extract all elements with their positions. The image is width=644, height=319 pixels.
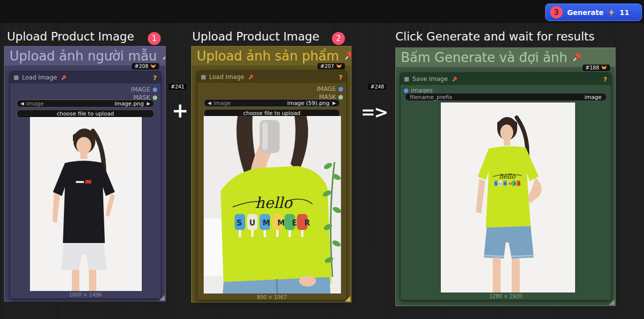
combo-prev-icon[interactable]: ◀ [208,100,211,106]
save-image-node[interactable]: Save Image ? images filename_prefix imag… [400,72,612,300]
result-image-preview: hello SUMMER [441,102,575,292]
node-header[interactable]: Save Image ? [400,73,611,85]
step-badge-2: 2 [332,32,345,45]
combo-name: image [26,100,43,107]
image-preview: hello SUMMER [204,116,341,294]
generate-button-label: Generate [567,8,604,16]
fox-badge-icon [150,64,156,69]
image-resolution-label: 1000 × 1496 [10,292,161,298]
fox-badge-icon [601,65,607,70]
combo-value: image (59).png [287,100,329,106]
image-port-dot[interactable] [338,87,343,92]
section-title-3: Click Generate and wait for results [395,30,595,43]
pushpin-icon [343,50,351,62]
model-photo-illustration [30,117,142,291]
generate-step-badge: 3 [550,6,563,18]
port-label: IMAGE [317,86,336,92]
image-resolution-label: 1280 × 1920 [400,294,611,299]
port-label: IMAGE [131,86,150,93]
node-id-badge: #208 [132,63,159,70]
fox-badge-icon [336,64,342,69]
node-id-text: #188 [586,65,599,70]
combo-next-icon[interactable]: ▶ [332,100,336,106]
link-number-badge-1: #241 [168,83,187,90]
group-generate-results: Bấm Generate và đợi ảnh #188 Save Image … [395,48,616,306]
node-header[interactable]: Load Image ? [197,71,346,83]
group-upload-model-image: Upload ảnh người mẫu #208 Load Image ? I… [4,46,166,302]
image-resolution-label: 800 × 1067 [197,294,346,300]
generate-button[interactable]: 3 Generate 11 [545,4,642,21]
collapse-icon[interactable] [404,77,409,82]
node-id-badge: #207 [318,63,345,70]
collapse-icon[interactable] [201,75,206,80]
plus-connector: + [172,99,189,122]
group-upload-product-image: Upload ảnh sản phẩm #207 Load Image ? IM… [191,46,351,302]
output-port-image: IMAGE [131,86,157,94]
group-resize-handle[interactable] [159,295,165,300]
widget-label: filename_prefix [410,94,452,100]
image-port-dot[interactable] [153,88,157,92]
combo-name: image [214,100,231,106]
tshirt-text-summer: SUMMER [495,182,523,186]
collapse-icon[interactable] [14,76,18,80]
filename-prefix-widget[interactable]: filename_prefix image [405,93,607,101]
combo-prev-icon[interactable]: ◀ [20,101,24,106]
product-photo-illustration: hello SUMMER [204,116,341,294]
pushpin-icon [161,50,165,62]
image-combo-widget[interactable]: ◀ image image (59).png ▶ [204,99,340,107]
node-title: Load Image [209,74,244,80]
top-bar: 3 Generate 11 [0,0,644,23]
group-resize-handle[interactable] [609,300,615,305]
load-image-node-1[interactable]: Load Image ? IMAGE MASK ◀ image image.pn… [9,71,161,299]
result-photo-illustration: hello SUMMER [441,102,575,292]
node-title: Save Image [412,76,448,82]
node-help-icon[interactable]: ? [603,76,607,83]
generate-credit-count: 11 [620,8,629,16]
tshirt-text-summer: SUMMER [237,218,318,228]
node-help-icon[interactable]: ? [153,74,157,82]
load-image-node-2[interactable]: Load Image ? IMAGE MASK ◀ image image (5… [197,70,347,300]
step-badge-1: 1 [148,32,161,45]
node-help-icon[interactable]: ? [338,74,342,81]
output-port-image: IMAGE [317,85,343,93]
pushpin-icon [60,74,67,81]
image-preview [30,117,142,291]
group-title-label: Upload ảnh sản phẩm [197,48,339,64]
node-title: Load Image [22,74,57,81]
mask-port-dot[interactable] [153,96,157,100]
section-title-2: Upload Product Image [192,30,320,43]
combo-value: image.png [114,100,144,107]
node-header[interactable]: Load Image ? [10,72,161,84]
tshirt-text-hello: hello [499,172,516,180]
images-port-dot[interactable] [404,88,408,93]
link-number-badge-2: #248 [367,83,387,90]
mask-port-dot[interactable] [338,95,343,100]
node-graph-canvas[interactable]: Upload Product Image 1 Upload Product Im… [0,23,644,319]
group-title-label: Upload ảnh người mẫu [9,48,157,64]
pushpin-icon [248,74,254,80]
tshirt-text-hello: hello [255,194,293,212]
node-id-text: #207 [321,64,334,69]
pushpin-icon [571,52,582,63]
pushpin-icon [451,76,458,82]
arrow-connector: => [361,102,387,122]
lightning-bolt-icon [608,8,615,16]
group-title-label: Bấm Generate và đợi ảnh [401,50,567,65]
image-combo-widget[interactable]: ◀ image image.png ▶ [16,100,154,108]
widget-value: image [585,94,602,100]
section-title-1: Upload Product Image [7,30,134,43]
combo-next-icon[interactable]: ▶ [147,101,150,106]
node-id-badge: #188 [583,64,610,71]
group-resize-handle[interactable] [345,296,350,302]
node-id-text: #208 [135,64,148,69]
group-title-bar[interactable]: Bấm Generate và đợi ảnh [396,48,615,67]
